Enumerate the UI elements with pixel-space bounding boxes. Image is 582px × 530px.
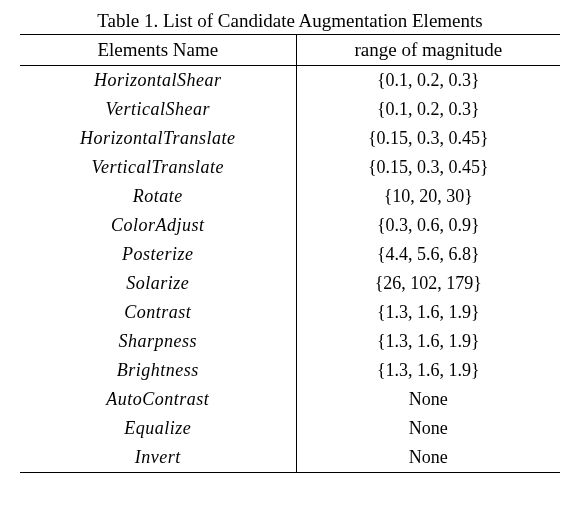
header-range: range of magnitude bbox=[296, 35, 560, 66]
table-row: HorizontalShear{0.1, 0.2, 0.3} bbox=[20, 66, 560, 96]
element-name-text: VerticalTranslate bbox=[92, 157, 225, 177]
table-row: EqualizeNone bbox=[20, 414, 560, 443]
element-name-text: HorizontalShear bbox=[94, 70, 222, 90]
element-name-cell: Solarize bbox=[20, 269, 296, 298]
element-name-text: ColorAdjust bbox=[111, 215, 205, 235]
range-cell: {1.3, 1.6, 1.9} bbox=[296, 298, 560, 327]
range-cell: {1.3, 1.6, 1.9} bbox=[296, 327, 560, 356]
range-cell: None bbox=[296, 443, 560, 473]
element-name-cell: Sharpness bbox=[20, 327, 296, 356]
element-name-cell: Invert bbox=[20, 443, 296, 473]
element-name-cell: ColorAdjust bbox=[20, 211, 296, 240]
element-name-cell: Contrast bbox=[20, 298, 296, 327]
element-name-text: Rotate bbox=[133, 186, 183, 206]
element-name-text: HorizontalTranslate bbox=[80, 128, 236, 148]
table-row: Rotate{10, 20, 30} bbox=[20, 182, 560, 211]
range-cell: {4.4, 5.6, 6.8} bbox=[296, 240, 560, 269]
table-row: Contrast{1.3, 1.6, 1.9} bbox=[20, 298, 560, 327]
range-cell: {0.15, 0.3, 0.45} bbox=[296, 153, 560, 182]
element-name-text: Invert bbox=[135, 447, 181, 467]
element-name-cell: HorizontalShear bbox=[20, 66, 296, 96]
range-cell: {0.15, 0.3, 0.45} bbox=[296, 124, 560, 153]
table-row: InvertNone bbox=[20, 443, 560, 473]
table-row: AutoContrastNone bbox=[20, 385, 560, 414]
element-name-cell: AutoContrast bbox=[20, 385, 296, 414]
range-cell: {0.3, 0.6, 0.9} bbox=[296, 211, 560, 240]
element-name-text: Posterize bbox=[122, 244, 194, 264]
element-name-text: Contrast bbox=[124, 302, 191, 322]
element-name-cell: Posterize bbox=[20, 240, 296, 269]
element-name-text: Equalize bbox=[124, 418, 191, 438]
range-cell: {0.1, 0.2, 0.3} bbox=[296, 95, 560, 124]
table-row: VerticalTranslate{0.15, 0.3, 0.45} bbox=[20, 153, 560, 182]
element-name-text: Sharpness bbox=[119, 331, 198, 351]
range-cell: {10, 20, 30} bbox=[296, 182, 560, 211]
range-cell: {26, 102, 179} bbox=[296, 269, 560, 298]
range-cell: {1.3, 1.6, 1.9} bbox=[296, 356, 560, 385]
element-name-text: Brightness bbox=[117, 360, 199, 380]
table-row: HorizontalTranslate{0.15, 0.3, 0.45} bbox=[20, 124, 560, 153]
table-row: Posterize{4.4, 5.6, 6.8} bbox=[20, 240, 560, 269]
header-row: Elements Name range of magnitude bbox=[20, 35, 560, 66]
table-row: Solarize{26, 102, 179} bbox=[20, 269, 560, 298]
table-row: VerticalShear{0.1, 0.2, 0.3} bbox=[20, 95, 560, 124]
table-row: ColorAdjust{0.3, 0.6, 0.9} bbox=[20, 211, 560, 240]
augmentation-table: Elements Name range of magnitude Horizon… bbox=[20, 34, 560, 473]
range-cell: None bbox=[296, 414, 560, 443]
element-name-text: Solarize bbox=[126, 273, 189, 293]
element-name-text: AutoContrast bbox=[106, 389, 209, 409]
element-name-cell: Brightness bbox=[20, 356, 296, 385]
element-name-cell: HorizontalTranslate bbox=[20, 124, 296, 153]
table-row: Sharpness{1.3, 1.6, 1.9} bbox=[20, 327, 560, 356]
element-name-cell: Rotate bbox=[20, 182, 296, 211]
table-caption: Table 1. List of Candidate Augmentation … bbox=[20, 10, 560, 32]
range-cell: None bbox=[296, 385, 560, 414]
element-name-cell: Equalize bbox=[20, 414, 296, 443]
table-row: Brightness{1.3, 1.6, 1.9} bbox=[20, 356, 560, 385]
range-cell: {0.1, 0.2, 0.3} bbox=[296, 66, 560, 96]
element-name-cell: VerticalTranslate bbox=[20, 153, 296, 182]
augmentation-table-wrapper: Table 1. List of Candidate Augmentation … bbox=[20, 10, 560, 473]
element-name-cell: VerticalShear bbox=[20, 95, 296, 124]
element-name-text: VerticalShear bbox=[106, 99, 210, 119]
header-elements-name: Elements Name bbox=[20, 35, 296, 66]
